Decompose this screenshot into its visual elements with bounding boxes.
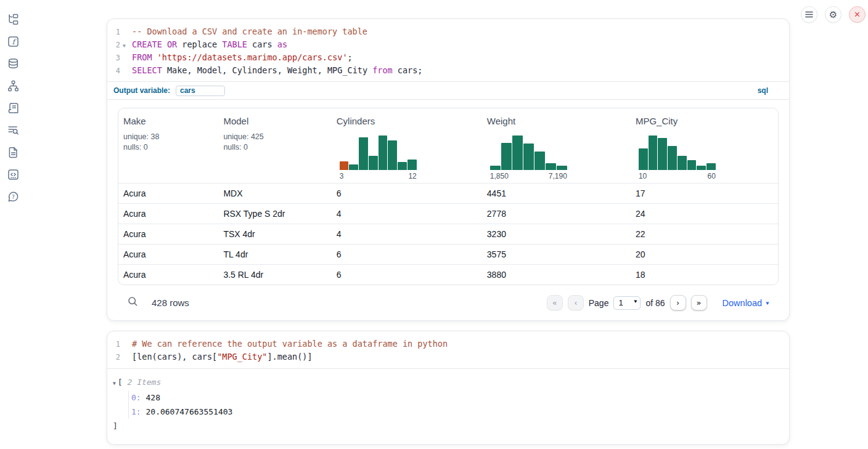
tree-entry-key: 0: bbox=[131, 393, 141, 402]
code-line: 4SELECT Make, Model, Cylinders, Weight, … bbox=[107, 65, 789, 78]
page-total: of 86 bbox=[645, 298, 665, 308]
python-cell: 1# We can reference the output variable … bbox=[107, 331, 790, 444]
hist-bar bbox=[534, 152, 545, 170]
tree-entry-key: 1: bbox=[131, 407, 141, 416]
hist-bar bbox=[398, 162, 407, 170]
file-explorer-icon[interactable] bbox=[7, 14, 19, 25]
download-label: Download bbox=[723, 298, 763, 308]
tree-open-row: ▼[ 2 Items bbox=[113, 375, 789, 390]
column-name: Cylinders bbox=[337, 116, 477, 126]
column-header-mpg_city[interactable]: MPG_City1060 bbox=[631, 108, 778, 183]
code-line: 1-- Download a CSV and create an in-memo… bbox=[107, 26, 789, 39]
table-footer: 428 rows « ‹ Page 1 ▼ of 86 › » Do bbox=[118, 285, 779, 320]
close-icon: ✕ bbox=[854, 10, 861, 19]
table-cell: 3230 bbox=[482, 229, 631, 239]
line-number: 4 bbox=[107, 65, 120, 78]
hist-bar bbox=[388, 140, 397, 170]
hist-bar bbox=[490, 166, 501, 170]
page-label: Page bbox=[589, 298, 609, 308]
tree-entry-value: 20.060747663551403 bbox=[141, 407, 233, 416]
column-header-make[interactable]: Makeunique: 38nulls: 0 bbox=[118, 108, 218, 183]
chevron-down-icon: ▼ bbox=[765, 299, 771, 306]
variables-icon[interactable]: f bbox=[7, 36, 19, 47]
last-page-button[interactable]: » bbox=[691, 295, 707, 310]
hamburger-menu-icon bbox=[805, 9, 813, 20]
search-button[interactable] bbox=[127, 297, 138, 309]
column-stats: unique: 38nulls: 0 bbox=[123, 132, 213, 152]
table-cell: TSX 4dr bbox=[218, 229, 331, 239]
column-header-cylinders[interactable]: Cylinders312 bbox=[332, 108, 482, 183]
code-text: # We can reference the output variable a… bbox=[128, 338, 448, 350]
column-header-model[interactable]: Modelunique: 425nulls: 0 bbox=[218, 108, 331, 183]
page-select[interactable]: 1 bbox=[613, 296, 641, 310]
documentation-icon[interactable] bbox=[7, 147, 19, 158]
first-page-button[interactable]: « bbox=[547, 295, 563, 310]
row-count: 428 rows bbox=[152, 297, 189, 308]
dependency-graph-icon[interactable] bbox=[7, 80, 19, 92]
line-number: 2 bbox=[107, 352, 120, 364]
prev-page-button[interactable]: ‹ bbox=[568, 295, 584, 310]
column-name: MPG_City bbox=[636, 116, 773, 126]
code-text: FROM 'https://datasets.marimo.app/cars.c… bbox=[128, 52, 353, 64]
sql-code-editor[interactable]: 1-- Download a CSV and create an in-memo… bbox=[107, 19, 789, 81]
python-code-editor[interactable]: 1# We can reference the output variable … bbox=[107, 331, 789, 368]
hist-bar bbox=[501, 143, 512, 171]
table-cell: RSX Type S 2dr bbox=[218, 209, 331, 219]
data-table: Makeunique: 38nulls: 0Modelunique: 425nu… bbox=[118, 108, 779, 285]
scratchpad-icon[interactable] bbox=[7, 102, 19, 114]
hist-bar bbox=[340, 161, 349, 171]
gear-icon: ⚙ bbox=[829, 10, 837, 19]
table-cell: 4 bbox=[332, 209, 482, 219]
help-icon[interactable]: ? bbox=[7, 191, 19, 203]
table-cell: Acura bbox=[118, 209, 218, 219]
tree-collapse-icon[interactable]: ▼ bbox=[113, 381, 116, 386]
hist-bar bbox=[678, 156, 687, 170]
code-text: [len(cars), cars["MPG_City"].mean()] bbox=[128, 351, 313, 363]
fold-chevron-icon[interactable]: ▼ bbox=[120, 40, 128, 52]
table-cell: 2778 bbox=[482, 209, 631, 219]
output-variable-input[interactable] bbox=[176, 86, 225, 96]
svg-text:?: ? bbox=[12, 193, 15, 200]
table-cell: 3880 bbox=[482, 270, 631, 280]
hist-axis-labels: 312 bbox=[340, 172, 417, 180]
search-icon bbox=[128, 296, 138, 309]
shutdown-button[interactable]: ✕ bbox=[849, 6, 866, 23]
table-cell: 3.5 RL 4dr bbox=[218, 270, 331, 280]
column-header-weight[interactable]: Weight1,8507,190 bbox=[482, 108, 631, 183]
table-row: AcuraTSX 4dr4323022 bbox=[118, 224, 778, 244]
hist-bar bbox=[523, 144, 534, 171]
line-number: 3 bbox=[107, 52, 120, 65]
hist-bar bbox=[697, 166, 706, 170]
column-histogram: 1060 bbox=[639, 136, 716, 180]
output-variable-bar: Output variable: sql bbox=[107, 81, 789, 99]
table-cell: 22 bbox=[631, 229, 778, 239]
table-cell: 18 bbox=[631, 270, 778, 280]
snippets-icon[interactable] bbox=[7, 169, 19, 180]
python-output-tree: ▼[ 2 Items 0: 4281: 20.060747663551403 ] bbox=[107, 368, 789, 444]
table-row: AcuraTL 4dr6357520 bbox=[118, 244, 778, 264]
table-cell: MDX bbox=[218, 188, 331, 198]
line-number: 1 bbox=[107, 339, 120, 351]
notebook-controls: ⚙ ✕ bbox=[801, 6, 866, 23]
table-row: AcuraRSX Type S 2dr4277824 bbox=[118, 203, 778, 224]
language-badge: sql bbox=[758, 86, 768, 95]
code-text: CREATE OR replace TABLE cars as bbox=[128, 39, 287, 51]
download-button[interactable]: Download ▼ bbox=[723, 298, 770, 308]
data-sources-icon[interactable] bbox=[7, 58, 19, 70]
hist-bar bbox=[512, 136, 523, 170]
table-header-row: Makeunique: 38nulls: 0Modelunique: 425nu… bbox=[118, 108, 778, 183]
tree-entry-value: 428 bbox=[141, 393, 160, 402]
tree-entry: 0: 428 bbox=[131, 390, 789, 405]
hist-bar bbox=[658, 138, 667, 171]
column-stats: unique: 425nulls: 0 bbox=[223, 132, 326, 152]
svg-text:f: f bbox=[12, 38, 17, 46]
menu-button[interactable] bbox=[801, 6, 817, 23]
logs-icon[interactable] bbox=[7, 124, 19, 136]
table-cell: 17 bbox=[631, 188, 778, 198]
hist-bar bbox=[706, 163, 716, 170]
hist-bar bbox=[369, 156, 378, 170]
code-text: SELECT Make, Model, Cylinders, Weight, M… bbox=[128, 65, 422, 77]
tree-items-count: 2 Items bbox=[127, 378, 161, 387]
next-page-button[interactable]: › bbox=[670, 295, 686, 310]
settings-button[interactable]: ⚙ bbox=[825, 6, 841, 23]
